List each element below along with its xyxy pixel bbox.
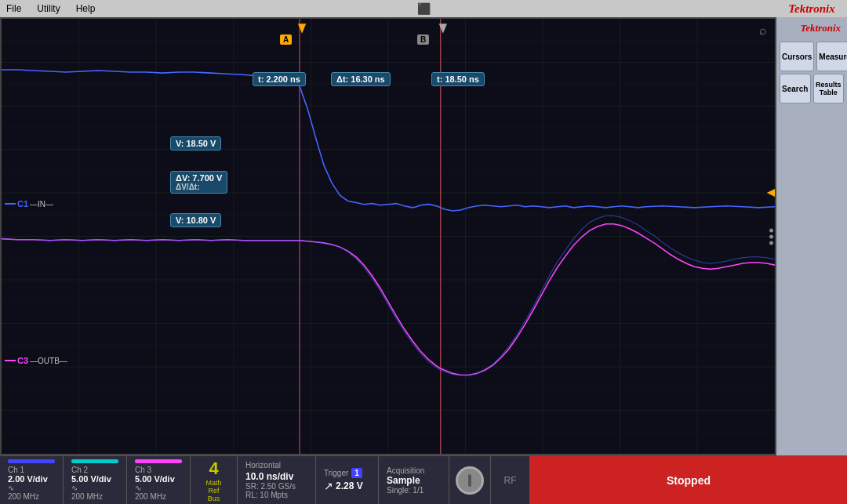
acquisition-rate: Single: 1/1 bbox=[387, 486, 441, 495]
ch1-block[interactable]: Ch 1 2.00 V/div ∿ 200 MHz bbox=[0, 456, 64, 504]
c1-indicator: C1 —IN— bbox=[5, 199, 53, 208]
dvdt-label: ΔV/Δt: bbox=[176, 183, 222, 191]
ch3-color-bar bbox=[135, 459, 182, 463]
dv-box: ΔV: 7.700 V ΔV/Δt: bbox=[170, 171, 227, 194]
ch3-value: 5.00 V/div bbox=[135, 474, 182, 484]
acquisition-title: Acquisition bbox=[387, 466, 441, 475]
cursors-button[interactable]: Cursors bbox=[780, 42, 814, 71]
v2-box: V: 10.80 V bbox=[170, 213, 221, 227]
stopped-label: Stopped bbox=[667, 474, 711, 487]
trigger-block[interactable]: Trigger 1 ↗ 2.28 V bbox=[316, 456, 379, 504]
tektronix-logo: Tektronix bbox=[788, 2, 834, 16]
menu-item-utility[interactable]: Utility bbox=[37, 3, 60, 14]
math-label-bus: Bus bbox=[208, 495, 220, 502]
trigger-value: 2.28 V bbox=[336, 480, 363, 491]
bottom-btn-row: Search Results Table bbox=[780, 74, 844, 103]
trigger-title: Trigger bbox=[324, 469, 348, 477]
ch1-label: Ch 1 bbox=[8, 466, 55, 474]
corner-icon: ⌕ bbox=[759, 24, 767, 38]
menu-bar: File Utility Help Tektronix ⬛ bbox=[0, 0, 847, 17]
math-label-ref: Ref bbox=[208, 487, 219, 495]
search-button[interactable]: Search bbox=[780, 74, 811, 103]
results-table-button[interactable]: Results Table bbox=[813, 74, 845, 103]
horizontal-block[interactable]: Horizontal 10.0 ns/div SR: 2.50 GS/s RL:… bbox=[238, 456, 316, 504]
scope-display: A B t: 2.200 ns Δt: 16.30 ns t: 18.50 ns… bbox=[0, 17, 776, 455]
c3-indicator: C3 —OUTB— bbox=[5, 356, 67, 365]
math-label-math: Math bbox=[205, 479, 221, 487]
horizontal-title: Horizontal bbox=[245, 461, 307, 470]
trigger-channel-badge: 1 bbox=[351, 468, 362, 478]
ch2-value: 5.00 V/div bbox=[71, 474, 118, 484]
ch3-block[interactable]: Ch 3 5.00 V/div ∿ 200 MHz bbox=[127, 456, 191, 504]
ch2-label: Ch 2 bbox=[71, 466, 118, 474]
measure-button[interactable]: Measure bbox=[816, 42, 847, 71]
menu-item-file[interactable]: File bbox=[6, 3, 21, 14]
acquisition-block[interactable]: Acquisition Sample Single: 1/1 bbox=[379, 456, 449, 504]
tektronix-brand: Tektronix bbox=[780, 20, 844, 39]
knob-area bbox=[449, 456, 491, 504]
cursor-a-time-box: t: 2.200 ns bbox=[253, 72, 306, 86]
ch1-bw: 200 MHz bbox=[8, 492, 55, 501]
dv-value: ΔV: 7.700 V bbox=[176, 173, 222, 183]
math-labels: Math Ref Bus bbox=[205, 479, 221, 502]
trigger-indicator-icon: ⬛ bbox=[417, 2, 431, 15]
ch3-icon: ∿ bbox=[135, 484, 182, 492]
ch3-bw: 200 MHz bbox=[135, 492, 182, 501]
top-btn-row: Cursors Measure bbox=[780, 42, 844, 71]
rf-label: RF bbox=[504, 475, 517, 486]
ch2-icon: ∿ bbox=[71, 484, 118, 492]
horizontal-time-div: 10.0 ns/div bbox=[245, 471, 307, 482]
right-panel: Tektronix Cursors Measure Search Results… bbox=[776, 17, 847, 455]
rf-block[interactable]: RF bbox=[491, 456, 530, 504]
ch2-block[interactable]: Ch 2 5.00 V/div ∿ 200 MHz bbox=[64, 456, 127, 504]
ch2-bw: 200 MHz bbox=[71, 492, 118, 501]
cursor-a-label: A bbox=[280, 34, 292, 45]
cursor-b-time-box: t: 18.50 ns bbox=[431, 72, 485, 86]
status-bar: Ch 1 2.00 V/div ∿ 200 MHz Ch 2 5.00 V/di… bbox=[0, 455, 847, 504]
math-number: 4 bbox=[209, 459, 218, 479]
acquisition-mode: Sample bbox=[387, 475, 441, 486]
side-dots bbox=[769, 228, 773, 245]
ch2-color-bar bbox=[71, 459, 118, 463]
menu-item-help[interactable]: Help bbox=[76, 3, 96, 14]
trigger-arrow-icon: ↗ bbox=[324, 480, 333, 492]
svg-marker-34 bbox=[767, 187, 775, 199]
v1-box: V: 18.50 V bbox=[170, 136, 221, 150]
math-block[interactable]: 4 Math Ref Bus bbox=[191, 456, 238, 504]
cursor-b-label: B bbox=[417, 34, 429, 45]
ch1-icon: ∿ bbox=[8, 484, 55, 492]
cursor-delta-time-box: Δt: 16.30 ns bbox=[331, 72, 391, 86]
ch3-label: Ch 3 bbox=[135, 466, 182, 474]
horizontal-sr: SR: 2.50 GS/s bbox=[245, 482, 307, 491]
ch1-value: 2.00 V/div bbox=[8, 474, 55, 484]
horizontal-rl: RL: 10 Mpts bbox=[245, 491, 307, 499]
ch1-color-bar bbox=[8, 459, 55, 463]
stopped-block[interactable]: Stopped bbox=[530, 456, 847, 504]
